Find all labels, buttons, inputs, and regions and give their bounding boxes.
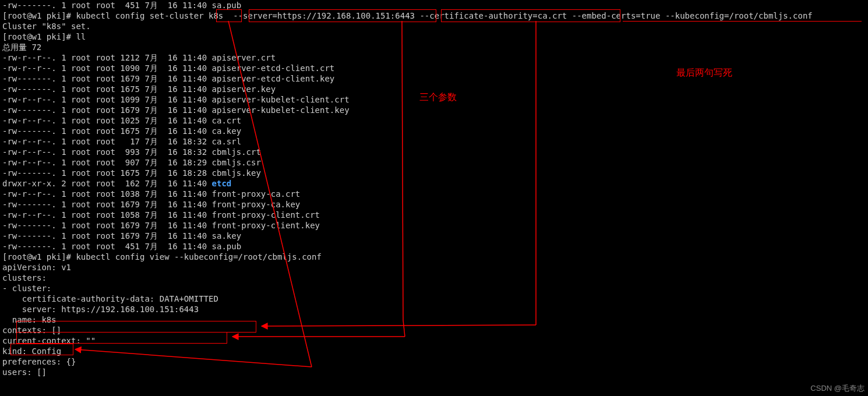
dir-etcd: etcd xyxy=(212,179,232,188)
annotation-three-params: 三个参数 xyxy=(419,92,457,102)
annotation-last-two-fixed: 最后两句写死 xyxy=(676,68,732,78)
box-cluster-name xyxy=(216,9,242,22)
underline-fixed-args xyxy=(623,21,862,22)
box-name-yaml xyxy=(10,344,73,355)
box-server-arg xyxy=(249,9,436,22)
box-ca-data xyxy=(16,321,256,333)
csdn-credit: CSDN @毛奇志 xyxy=(810,383,865,394)
box-server-yaml xyxy=(16,332,227,344)
box-ca-arg xyxy=(441,9,620,22)
